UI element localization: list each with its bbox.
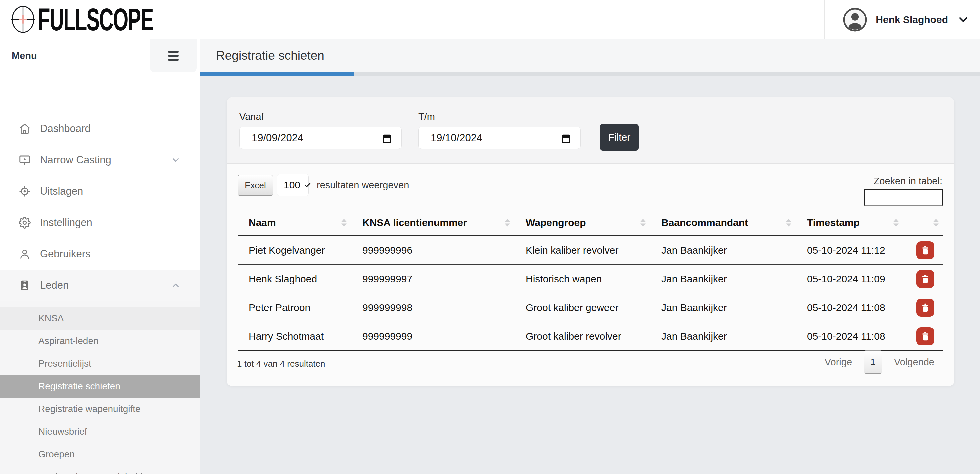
table-row: Harry Schotmaat 999999999 Groot kaliber … xyxy=(238,322,943,351)
next-page-button[interactable]: Volgende xyxy=(894,357,934,367)
sidebar-item-narrow-casting[interactable]: Narrow Casting xyxy=(0,144,200,176)
sidebar-item-label: Leden xyxy=(40,279,68,291)
table-row: Henk Slaghoed 999999997 Historisch wapen… xyxy=(238,265,943,293)
cell-wapengroep: Klein kaliber revolver xyxy=(515,235,650,265)
tabbar-bottom-border xyxy=(354,72,980,76)
cell-timestamp: 05-10-2024 11:12 xyxy=(796,235,903,265)
cell-licentienummer: 999999998 xyxy=(352,293,515,322)
brand-logo: FULLSCOPE xyxy=(10,5,221,34)
column-header-actions[interactable] xyxy=(903,210,943,235)
trash-icon xyxy=(921,332,930,341)
to-date-field xyxy=(418,127,581,149)
to-date-input[interactable] xyxy=(418,127,580,149)
home-icon xyxy=(18,122,31,135)
brand-name: FULLSCOPE xyxy=(38,5,153,34)
submenu-label: Nieuwsbrief xyxy=(38,426,87,437)
chevron-down-icon xyxy=(171,155,181,165)
avatar-icon xyxy=(843,8,867,32)
table-section: Excel 100 resultaten weergeven Zoeken in… xyxy=(227,164,955,386)
delete-row-button[interactable] xyxy=(916,270,934,288)
sidebar-item-gebruikers[interactable]: Gebruikers xyxy=(0,239,200,270)
user-icon xyxy=(18,248,31,260)
delete-row-button[interactable] xyxy=(916,327,934,345)
cell-licentienummer: 999999999 xyxy=(352,322,515,351)
submenu-item-knsa[interactable]: KNSA xyxy=(0,307,200,330)
sort-icon xyxy=(505,219,510,226)
table-row: Peter Patroon 999999998 Groot kaliber ge… xyxy=(238,293,943,322)
filter-button[interactable]: Filter xyxy=(600,124,639,151)
user-menu[interactable]: Henk Slaghoed xyxy=(843,0,970,39)
cell-wapengroep: Historisch wapen xyxy=(515,265,650,293)
sidebar-item-uitslagen[interactable]: Uitslagen xyxy=(0,176,200,207)
submenu-item-aspirant-leden[interactable]: Aspirant-leden xyxy=(0,330,200,352)
excel-export-button[interactable]: Excel xyxy=(238,175,273,196)
cell-wapengroep: Groot kaliber revolver xyxy=(515,322,650,351)
column-header-timestamp[interactable]: Timestamp xyxy=(796,210,903,235)
column-header-wapengroep[interactable]: Wapengroep xyxy=(515,210,650,235)
target-icon xyxy=(18,185,31,198)
sidebar-item-label: Instellingen xyxy=(40,217,92,229)
sidebar-header: Menu xyxy=(0,39,200,72)
pagination: Vorige 1 Volgende xyxy=(825,350,934,374)
sidebar-toggle-button[interactable] xyxy=(150,39,197,72)
sidebar-nav: Dashboard Narrow Casting xyxy=(0,113,200,301)
sidebar-item-leden[interactable]: Leden xyxy=(0,270,200,301)
from-date-field xyxy=(239,127,402,149)
cell-naam: Harry Schotmaat xyxy=(238,322,352,351)
submenu-item-nieuwsbrief[interactable]: Nieuwsbrief xyxy=(0,420,200,443)
submenu-item-presentielijst[interactable]: Presentielijst xyxy=(0,352,200,375)
column-header-naam[interactable]: Naam xyxy=(238,210,352,235)
from-date-label: Vanaf xyxy=(239,111,264,122)
app-root: FULLSCOPE Henk Slaghoed Menu xyxy=(0,0,980,474)
sidebar-item-label: Dashboard xyxy=(40,122,91,135)
delete-row-button[interactable] xyxy=(916,299,934,317)
header-divider xyxy=(824,0,825,39)
chevron-up-icon xyxy=(171,280,181,290)
from-date-input[interactable] xyxy=(240,127,401,149)
trash-icon xyxy=(921,246,930,255)
sidebar-item-dashboard[interactable]: Dashboard xyxy=(0,113,200,144)
cell-timestamp: 05-10-2024 11:09 xyxy=(796,265,903,293)
chevron-down-icon xyxy=(957,13,970,26)
filter-section: Vanaf T/m Filter xyxy=(227,97,955,164)
previous-page-button[interactable]: Vorige xyxy=(825,357,852,367)
submenu-item-registratie-aanwezigheid[interactable]: Registratie aanwezigheid xyxy=(0,466,200,474)
table-search-input[interactable] xyxy=(864,189,943,206)
results-count-info: 1 tot 4 van 4 resultaten xyxy=(237,359,325,369)
trash-icon xyxy=(921,303,930,312)
sidebar-item-label: Gebruikers xyxy=(40,248,91,260)
page-size-select[interactable]: 100 xyxy=(277,174,309,196)
submenu-label: Presentielijst xyxy=(38,358,91,369)
column-header-baancommandant[interactable]: Baancommandant xyxy=(650,210,796,235)
sidebar: Menu Dashboard xyxy=(0,39,200,474)
cell-baancommandant: Jan Baankijker xyxy=(650,322,796,351)
gear-icon xyxy=(18,216,31,229)
submenu-item-registratie-schieten[interactable]: Registratie schieten xyxy=(0,375,200,398)
active-tab-underline xyxy=(200,72,354,76)
sidebar-item-label: Uitslagen xyxy=(40,185,83,197)
submenu-item-registratie-wapenuitgifte[interactable]: Registratie wapenuitgifte xyxy=(0,398,200,420)
page-size-value: 100 xyxy=(284,179,300,191)
column-header-knsa-licentienummer[interactable]: KNSA licentienummer xyxy=(352,210,515,235)
submenu-label: Registratie aanwezigheid xyxy=(38,472,143,474)
cell-wapengroep: Groot kaliber geweer xyxy=(515,293,650,322)
sidebar-item-instellingen[interactable]: Instellingen xyxy=(0,207,200,239)
content-card: Vanaf T/m Filter Excel 100 xyxy=(227,97,955,386)
sort-icon xyxy=(933,219,939,226)
delete-row-button[interactable] xyxy=(916,241,934,259)
menu-label: Menu xyxy=(12,39,37,72)
sort-icon xyxy=(786,219,791,226)
page-1-button[interactable]: 1 xyxy=(864,350,882,374)
member-badge-icon xyxy=(18,279,31,292)
submenu-label: Registratie schieten xyxy=(38,381,120,392)
sidebar-submenu-leden: KNSA Aspirant-leden Presentielijst Regis… xyxy=(0,301,200,474)
submenu-item-groepen[interactable]: Groepen xyxy=(0,443,200,466)
submenu-label: Registratie wapenuitgifte xyxy=(38,404,141,414)
results-table: Naam KNSA licentienummer Wapengroep Baan… xyxy=(238,210,943,351)
table-search-label: Zoeken in tabel: xyxy=(873,176,942,187)
submenu-label: Aspirant-leden xyxy=(38,336,99,346)
hamburger-icon xyxy=(168,51,179,52)
cell-naam: Piet Kogelvanger xyxy=(238,235,352,265)
trash-icon xyxy=(921,274,930,284)
sort-icon xyxy=(341,219,347,226)
